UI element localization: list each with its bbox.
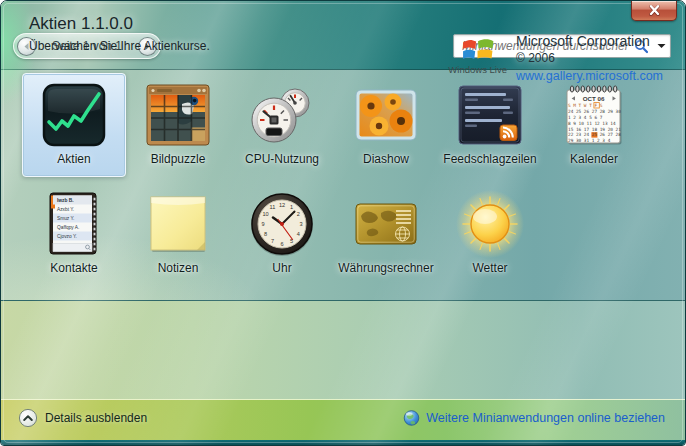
gadget-label: Aktien (57, 152, 90, 166)
gadget-label: Notizen (158, 261, 199, 275)
clock-numeral: 12 (279, 202, 285, 208)
window-bottom-edge (1, 440, 685, 445)
calendar-dayrow-text: S M T W T F S (568, 103, 603, 108)
gadget-label: Uhr (272, 261, 291, 275)
clock-numeral: 4 (297, 231, 300, 237)
gadget-label: Währungsrechner (338, 261, 433, 275)
gadget-kontakte[interactable]: Iwzb B. Azxbt Y. Smuz Y. Qaffqpy A. Cjov… (22, 182, 126, 286)
clock-numeral: 10 (262, 211, 268, 217)
picture-puzzle-icon (146, 84, 210, 146)
gadget-aktien[interactable]: Aktien (22, 73, 126, 177)
sticky-note-icon (148, 194, 208, 254)
clock-numeral: 6 (280, 241, 283, 247)
gadget-details: Aktien 1.1.0.0 Überwachen Sie Ihre Aktie… (29, 14, 210, 53)
gadget-feedschlagzeilen[interactable]: Feedschlagzeilen (438, 73, 542, 177)
clock-numeral: 8 (264, 231, 267, 237)
gadget-description: Überwachen Sie Ihre Aktienkurse. (29, 39, 210, 53)
gadget-label: Kalender (570, 152, 618, 166)
chevron-up-circle-icon (18, 408, 38, 428)
gallery-link[interactable]: www.gallery.microsoft.com (516, 69, 663, 83)
gadget-label: Feedschlagzeilen (443, 152, 536, 166)
gadget-label: CPU-Nutzung (245, 152, 319, 166)
clock-numeral: 3 (299, 221, 302, 227)
gadget-label: Bildpuzzle (151, 152, 206, 166)
clock-icon: 12 1 2 3 4 5 6 7 8 9 10 11 (249, 191, 315, 257)
clock-numeral: 9 (261, 221, 264, 227)
gadget-label: Diashow (363, 152, 409, 166)
gadget-title-version: Aktien 1.1.0.0 (29, 14, 210, 34)
copyright-text: © 2006 (516, 51, 663, 65)
calendar-month-text: OCT 06 (583, 95, 605, 102)
cpu-gauge-icon (249, 86, 315, 144)
calendar-week-text: 29 30 31 1 2 3 4 (568, 138, 611, 143)
gadget-wetter[interactable]: Wetter (438, 182, 542, 286)
stock-chart-icon (42, 83, 106, 147)
clock-numeral: 1 (290, 204, 293, 210)
gadget-grid: Aktien Bildpuzzle (22, 73, 646, 286)
clock-numeral: 11 (270, 204, 276, 210)
rss-feed-icon (458, 85, 522, 145)
gadget-label: Kontakte (50, 261, 97, 275)
get-more-gadgets-link[interactable]: Weitere Minianwendungen online beziehen (403, 409, 665, 426)
details-panel-background (1, 300, 685, 399)
globe-icon (403, 409, 420, 426)
clock-numeral: 7 (271, 238, 274, 244)
slideshow-icon (355, 89, 417, 141)
contact-name-text: Iwzb B. (57, 198, 74, 203)
contacts-icon: Iwzb B. Azxbt Y. Smuz Y. Qaffqpy A. Cjov… (48, 191, 100, 257)
contact-name-text: Smuz Y. (57, 216, 75, 221)
publisher-details: Windows Live Microsoft Corporation © 200… (448, 33, 663, 83)
windows-flag-icon (460, 35, 496, 63)
gadget-bildpuzzle[interactable]: Bildpuzzle (126, 73, 230, 177)
get-more-gadgets-label: Weitere Minianwendungen online beziehen (426, 411, 665, 425)
close-button[interactable] (631, 1, 677, 21)
gadget-waehrungsrechner[interactable]: Währungsrechner (334, 182, 438, 286)
contact-name-text: Azxbt Y. (57, 207, 74, 212)
details-toggle-label: Details ausblenden (45, 411, 147, 425)
publisher-name: Microsoft Corporation (516, 33, 663, 49)
gadget-kalender[interactable]: OCT 06 S M T W T F S 24 25 26 27 28 29 3… (542, 73, 646, 177)
clock-numeral: 2 (297, 211, 300, 217)
calendar-week-text: 1 2 3 4 5 6 7 (568, 115, 603, 120)
windows-live-logo-block: Windows Live (448, 35, 507, 75)
gadget-gallery-window: Seite 1 von 1 (0, 0, 686, 446)
gadget-cpu-nutzung[interactable]: CPU-Nutzung (230, 73, 334, 177)
close-icon (648, 5, 661, 16)
gadget-label: Wetter (472, 261, 507, 275)
gadget-notizen[interactable]: Notizen (126, 182, 230, 286)
calendar-week-text: 8 9 10 11 12 13 14 (568, 121, 616, 126)
weather-sun-icon (455, 189, 525, 259)
gadget-uhr[interactable]: 12 1 2 3 4 5 6 7 8 9 10 11 Uhr (230, 182, 334, 286)
currency-converter-icon (355, 203, 417, 245)
calendar-icon: OCT 06 S M T W T F S 24 25 26 27 28 29 3… (564, 83, 624, 147)
gadget-diashow[interactable]: Diashow (334, 73, 438, 177)
calendar-week-text: 15 16 17 18 19 20 21 (568, 127, 621, 132)
calendar-week-text: 22 23 24 25 26 27 28 (568, 132, 621, 137)
contact-name-text: Cjovzo Y. (57, 234, 77, 239)
details-toggle[interactable]: Details ausblenden (18, 408, 147, 428)
calendar-week-text: 24 25 26 27 28 29 30 (568, 109, 621, 114)
windows-live-caption: Windows Live (448, 64, 507, 75)
contact-name-text: Qaffqpy A. (57, 225, 79, 230)
